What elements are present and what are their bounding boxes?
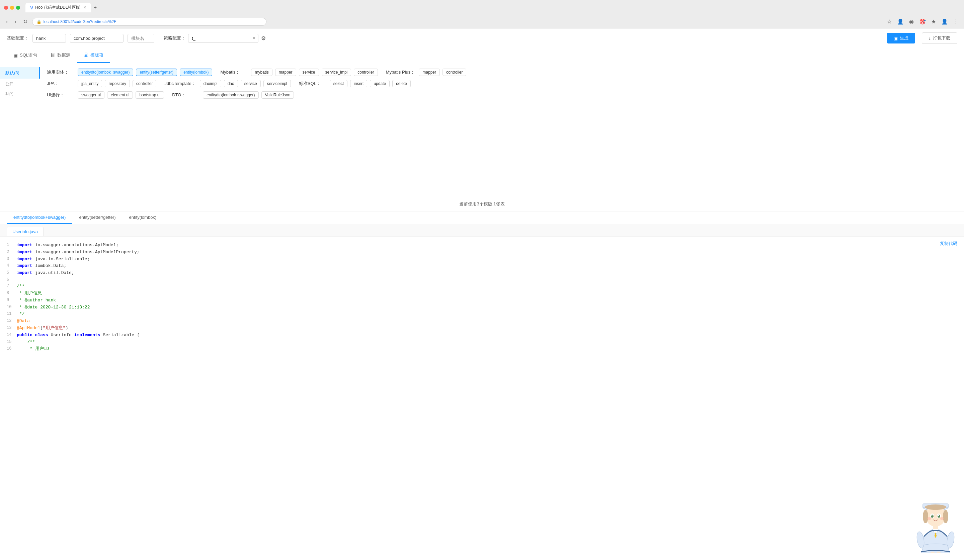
code-line-13: 13 @ApiModel("用户信息") xyxy=(7,325,957,332)
browser-tab[interactable]: V Hoo 代码生成DDL社区版 ✕ xyxy=(25,3,91,12)
content-area: 默认(3) 公开 我的 通用实体： entitydto(lombok+swagg… xyxy=(0,63,964,197)
module-input[interactable] xyxy=(127,34,154,43)
tag-mapper[interactable]: mapper xyxy=(275,68,296,76)
tag-daoimpl[interactable]: daoimpl xyxy=(200,80,221,87)
file-tab-userinfo[interactable]: Userinfo.java xyxy=(7,227,44,236)
forward-button[interactable]: › xyxy=(12,18,18,26)
code-tabs: entitydto(lombok+swagger) entity(setter/… xyxy=(0,211,964,224)
tag-service[interactable]: service xyxy=(299,68,319,76)
tag-dto-entitydto[interactable]: entitydto(lombok+swagger) xyxy=(203,91,259,99)
extension2-icon[interactable]: ◉ xyxy=(908,17,915,26)
tab-datasource[interactable]: 目 数据源 xyxy=(44,48,77,63)
download-button[interactable]: ↓ 打包下载 xyxy=(922,32,957,44)
sidebar-item-default[interactable]: 默认(3) xyxy=(0,67,40,79)
tag-swagger-ui[interactable]: swagger ui xyxy=(78,91,104,99)
tag-entitydto-swagger[interactable]: entitydto(lombok+swagger) xyxy=(78,68,133,76)
tag-insert[interactable]: insert xyxy=(350,80,367,87)
tag-bootstrap-ui[interactable]: bootstrap ui xyxy=(135,91,164,99)
templates-tab-label: 模版项 xyxy=(90,52,103,58)
author-input[interactable] xyxy=(33,34,66,43)
code-content-12: @Data xyxy=(17,318,957,325)
new-tab-button[interactable]: + xyxy=(91,3,99,12)
browser-chrome: V Hoo 代码生成DDL社区版 ✕ + ‹ › ↻ 🔒 localhost:8… xyxy=(0,0,964,28)
generate-button[interactable]: ▣ 生成 xyxy=(887,33,915,44)
strategy-input-wrap: ✕ xyxy=(188,34,259,43)
tag-entity-setter-getter[interactable]: entity(setter/getter) xyxy=(136,68,177,76)
sidebar-label-public: 公开 xyxy=(0,79,40,88)
line-num-1: 1 xyxy=(7,242,17,249)
tag-controller[interactable]: controller xyxy=(354,68,378,76)
tag-jpa-entity[interactable]: jpa_entity xyxy=(78,80,102,87)
code-line-7: 7 /** xyxy=(7,283,957,290)
lock-icon: 🔒 xyxy=(36,19,41,24)
mascot-svg xyxy=(914,493,957,553)
copy-code-button[interactable]: 复制代码 xyxy=(940,240,957,247)
code-content-9: * @author hank xyxy=(17,297,957,304)
code-tab-entitydto[interactable]: entitydto(lombok+swagger) xyxy=(7,211,72,224)
tag-update[interactable]: update xyxy=(370,80,389,87)
svg-rect-19 xyxy=(936,552,941,553)
tag-jdbc-service[interactable]: service xyxy=(241,80,261,87)
tab-close-icon[interactable]: ✕ xyxy=(83,5,86,10)
tag-jpa-controller[interactable]: controller xyxy=(132,80,156,87)
tag-validrulejson[interactable]: ValidRuleJson xyxy=(261,91,294,99)
tag-serviceimpl[interactable]: serviceimpl xyxy=(264,80,291,87)
profile-icon[interactable]: 👤 xyxy=(940,17,949,26)
jpa-label: JPA： xyxy=(47,81,73,87)
address-text: localhost:8001/#/codeGen?redirect=%2F xyxy=(44,19,262,24)
tag-select[interactable]: select xyxy=(330,80,347,87)
tag-mybatis-plus-mapper[interactable]: mapper xyxy=(419,68,440,76)
file-tab-bar: Userinfo.java xyxy=(0,224,964,237)
code-area[interactable]: 复制代码 1 import io.swagger.annotations.Api… xyxy=(0,237,964,358)
extension1-icon[interactable]: 👤 xyxy=(896,17,905,26)
extension3-icon[interactable]: 🎯 xyxy=(918,17,927,26)
menu-icon[interactable]: ⋮ xyxy=(952,17,960,26)
tab-sql[interactable]: ▣ SQL语句 xyxy=(7,48,44,63)
code-content-13: @ApiModel("用户信息") xyxy=(17,325,957,332)
svg-point-10 xyxy=(931,515,933,516)
line-num-7: 7 xyxy=(7,283,17,290)
code-content-16: * 用户ID xyxy=(17,346,957,352)
refresh-button[interactable]: ↻ xyxy=(21,17,29,26)
tag-entity-lombok[interactable]: entity(lombok) xyxy=(180,68,212,76)
tag-repository[interactable]: repository xyxy=(105,80,130,87)
tab-title: Hoo 代码生成DDL社区版 xyxy=(35,5,80,10)
svg-point-4 xyxy=(923,510,928,523)
code-tab-entity-setter[interactable]: entity(setter/getter) xyxy=(72,211,122,224)
generate-icon: ▣ xyxy=(894,36,898,41)
tab-templates[interactable]: 品 模版项 xyxy=(77,48,110,63)
back-button[interactable]: ‹ xyxy=(4,18,10,26)
tag-mybatis[interactable]: mybatis xyxy=(251,68,272,76)
close-button[interactable] xyxy=(4,6,8,10)
strategy-input[interactable] xyxy=(188,34,259,43)
svg-point-13 xyxy=(940,517,944,520)
traffic-lights xyxy=(4,6,20,10)
minimize-button[interactable] xyxy=(10,6,14,10)
code-line-5: 5 import java.util.Date; xyxy=(7,269,957,277)
code-line-15: 15 /** xyxy=(7,339,957,346)
line-num-10: 10 xyxy=(7,304,17,311)
code-line-10: 10 * @date 2020-12-30 21:13:22 xyxy=(7,304,957,311)
sidebar-label-mine: 我的 xyxy=(0,88,40,98)
tag-element-ui[interactable]: element ui xyxy=(107,91,133,99)
clear-strategy-icon[interactable]: ✕ xyxy=(252,36,256,41)
extension4-icon[interactable]: ★ xyxy=(930,17,937,26)
browser-toolbar: ‹ › ↻ 🔒 localhost:8001/#/codeGen?redirec… xyxy=(0,15,964,28)
maximize-button[interactable] xyxy=(16,6,20,10)
tag-mybatis-plus-controller[interactable]: controller xyxy=(443,68,466,76)
bookmark-icon[interactable]: ☆ xyxy=(886,17,893,26)
address-bar[interactable]: 🔒 localhost:8001/#/codeGen?redirect=%2F xyxy=(32,18,266,26)
settings-icon[interactable]: ⚙ xyxy=(261,35,266,42)
code-line-16: 16 * 用户ID xyxy=(7,346,957,352)
tag-service-impl[interactable]: service_impl xyxy=(322,68,352,76)
tag-dao[interactable]: dao xyxy=(224,80,238,87)
code-tab-entity-lombok[interactable]: entity(lombok) xyxy=(122,211,163,224)
code-content-7: /** xyxy=(17,283,957,290)
line-num-14: 14 xyxy=(7,332,17,339)
tag-delete[interactable]: delete xyxy=(392,80,411,87)
package-input[interactable] xyxy=(70,34,124,43)
svg-point-12 xyxy=(927,517,931,520)
jdbctemplate-label: JdbcTemplate： xyxy=(164,81,195,87)
code-content-15: /** xyxy=(17,339,957,346)
line-num-6: 6 xyxy=(7,277,17,283)
